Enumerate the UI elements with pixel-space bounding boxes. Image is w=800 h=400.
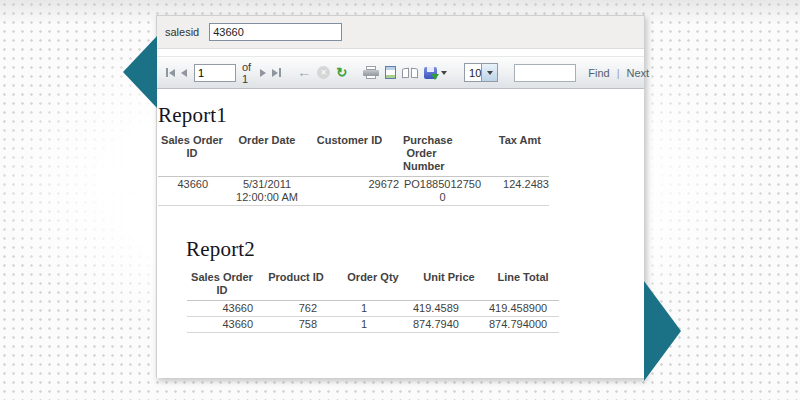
report1-col-header: Tax Amt <box>484 133 549 177</box>
report2-cell: 43660 <box>187 301 257 317</box>
next-page-icon <box>260 69 266 77</box>
export-button[interactable] <box>421 65 450 81</box>
report1-title: Report1 <box>158 103 227 128</box>
print-layout-button[interactable] <box>382 64 399 81</box>
first-page-icon <box>166 68 168 77</box>
report1-cell: PO18850127500 <box>401 177 484 206</box>
table-row: 43660 758 1 874.7940 874.794000 <box>187 317 559 333</box>
teal-arrow-right-decoration <box>644 281 681 381</box>
back-to-parent-button[interactable]: ← <box>294 64 314 81</box>
find-next-link[interactable]: Next <box>627 67 650 79</box>
parameter-bar: salesid <box>157 16 644 49</box>
last-page-button[interactable] <box>269 66 284 79</box>
report1-cell: 43660 <box>158 177 226 206</box>
previous-page-icon <box>181 69 187 77</box>
report1-col-header: Sales Order ID <box>158 133 226 177</box>
zoom-select[interactable]: 100% <box>464 63 498 82</box>
report2-cell: 419.4589 <box>411 301 487 317</box>
report2-cell: 874.794000 <box>487 317 559 333</box>
report2-title: Report2 <box>186 237 255 262</box>
stop-rendering-button[interactable]: ✕ <box>314 64 333 81</box>
report1-header-row: Sales Order ID Order Date Customer ID Pu… <box>158 133 549 177</box>
report1-col-header: Purchase Order Number <box>401 133 484 177</box>
page-setup-button[interactable] <box>399 65 421 81</box>
page-count-label: of 1 <box>242 61 251 85</box>
find-link[interactable]: Find <box>588 67 609 79</box>
report2-cell: 43660 <box>187 317 257 333</box>
previous-page-button[interactable] <box>178 67 190 79</box>
current-page-input[interactable] <box>194 64 236 82</box>
zoom-caret-icon <box>487 71 493 75</box>
report2-col-header: Unit Price <box>411 270 487 301</box>
teal-arrow-left-decoration <box>123 36 157 108</box>
zoom-dropdown-button[interactable] <box>481 64 497 81</box>
back-arrow-icon: ← <box>297 66 311 79</box>
report2-col-header: Line Total <box>487 270 559 301</box>
export-dropdown-caret-icon <box>441 71 447 75</box>
salesid-label: salesid <box>165 26 199 38</box>
report2-cell: 1 <box>335 317 411 333</box>
find-links: Find | Next <box>588 67 649 79</box>
report2-col-header: Sales Order ID <box>187 270 257 301</box>
export-save-icon <box>424 67 437 79</box>
report2-header-row: Sales Order ID Product ID Order Qty Unit… <box>187 270 559 301</box>
refresh-icon: ↻ <box>336 66 347 79</box>
report1-col-header: Customer ID <box>308 133 401 177</box>
report2-cell: 758 <box>257 317 335 333</box>
report1-cell: 5/31/2011 12:00:00 AM <box>226 177 308 206</box>
report2-col-header: Product ID <box>257 270 335 301</box>
report-render-area: Report1 Sales Order ID Order Date Custom… <box>157 89 644 378</box>
table-row: 43660 5/31/2011 12:00:00 AM 29672 PO1885… <box>158 177 549 206</box>
report2-cell: 1 <box>335 301 411 317</box>
print-layout-icon <box>385 66 396 79</box>
report1-table: Sales Order ID Order Date Customer ID Pu… <box>158 133 549 206</box>
find-text-input[interactable] <box>514 64 576 82</box>
report2-cell: 419.458900 <box>487 301 559 317</box>
report2-col-header: Order Qty <box>335 270 411 301</box>
print-button[interactable] <box>360 64 382 81</box>
report2-table: Sales Order ID Product ID Order Qty Unit… <box>187 270 559 333</box>
next-page-button[interactable] <box>257 67 269 79</box>
report1-col-header: Order Date <box>226 133 308 177</box>
report1-cell: 29672 <box>308 177 401 206</box>
report1-cell: 124.2483 <box>484 177 549 206</box>
page-setup-book-icon <box>402 67 418 79</box>
find-next-separator: | <box>617 67 620 79</box>
salesid-input[interactable] <box>209 23 342 41</box>
report2-cell: 762 <box>257 301 335 317</box>
table-row: 43660 762 1 419.4589 419.458900 <box>187 301 559 317</box>
last-page-icon <box>272 69 278 77</box>
report-viewer-panel: salesid of 1 ← ✕ ↻ 100% <box>156 15 645 378</box>
first-page-button[interactable] <box>163 66 178 79</box>
printer-icon <box>363 66 379 79</box>
report2-cell: 874.7940 <box>411 317 487 333</box>
cancel-icon: ✕ <box>317 66 330 79</box>
report-toolbar: of 1 ← ✕ ↻ 100% Find | Next <box>157 56 644 89</box>
refresh-button[interactable]: ↻ <box>333 64 350 81</box>
